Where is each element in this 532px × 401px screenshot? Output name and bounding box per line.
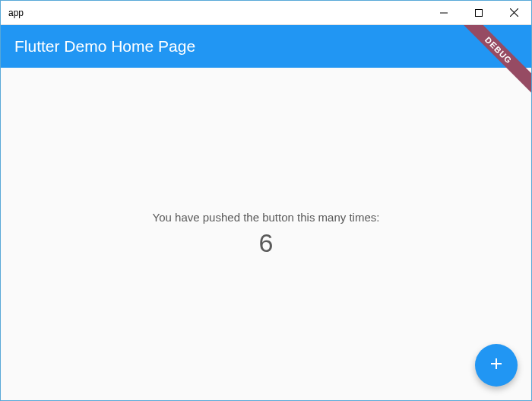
- minimize-button[interactable]: [426, 1, 461, 24]
- app-body: You have pushed the button this many tim…: [1, 68, 531, 400]
- close-button[interactable]: [496, 1, 531, 24]
- window-titlebar: app: [1, 1, 531, 25]
- plus-icon: [487, 355, 505, 376]
- maximize-button[interactable]: [461, 1, 496, 24]
- window-controls: [426, 1, 531, 24]
- app-container: Flutter Demo Home Page You have pushed t…: [1, 25, 531, 400]
- svg-rect-1: [476, 9, 483, 16]
- counter-value: 6: [259, 228, 274, 258]
- window-title: app: [8, 8, 426, 18]
- app-bar-title: Flutter Demo Home Page: [14, 37, 195, 56]
- increment-button[interactable]: [475, 344, 518, 387]
- app-bar: Flutter Demo Home Page: [1, 25, 531, 68]
- counter-message: You have pushed the button this many tim…: [153, 211, 380, 224]
